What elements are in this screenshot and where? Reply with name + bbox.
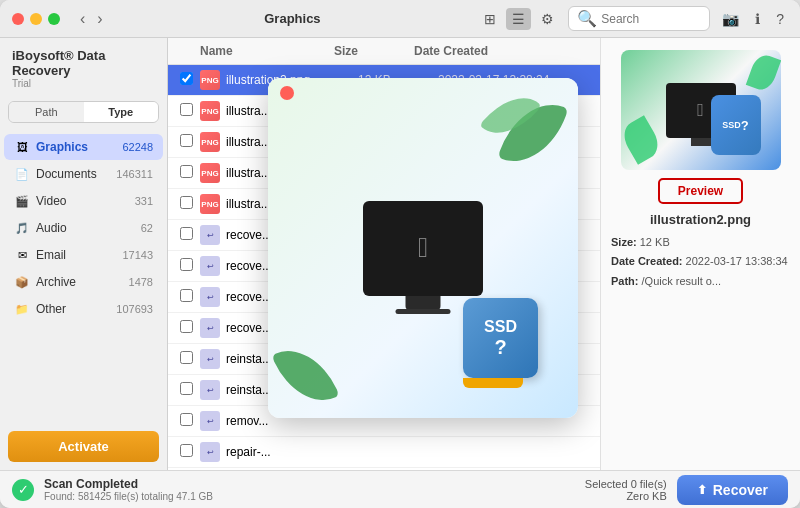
ssd-question: ? <box>494 336 506 359</box>
preview-ssd: SSD ? <box>711 95 761 155</box>
path-value: /Quick result o... <box>642 275 721 287</box>
file-checkbox[interactable] <box>180 103 193 116</box>
recover-button[interactable]: ⬆ Recover <box>677 475 788 505</box>
sidebar-header: iBoysoft® Data Recovery Trial <box>0 38 167 95</box>
monitor-base <box>396 309 451 314</box>
file-type-icon: PNG <box>200 132 220 152</box>
preview-panel:  SSD ? Preview illustration2.png Size: … <box>600 38 800 470</box>
maximize-button[interactable] <box>48 13 60 25</box>
recover-icon: ⬆ <box>697 483 707 497</box>
file-checkbox[interactable] <box>180 258 193 271</box>
path-label: Path: <box>611 275 639 287</box>
monitor-foot <box>406 296 441 310</box>
filter-button[interactable]: ⚙ <box>535 8 560 30</box>
preview-button[interactable]: Preview <box>658 178 743 204</box>
size-value: 12 KB <box>640 236 670 248</box>
file-checkbox[interactable] <box>180 165 193 178</box>
file-type-icon: ↩ <box>200 256 220 276</box>
table-row[interactable]: ↩ repair-... <box>168 437 600 468</box>
ssd-bottom <box>463 378 523 388</box>
documents-icon: 📄 <box>14 166 30 182</box>
file-list-header: Name Size Date Created <box>168 38 600 65</box>
scan-subtitle: Found: 581425 file(s) totaling 47.1 GB <box>44 491 213 502</box>
archive-icon: 📦 <box>14 274 30 290</box>
file-checkbox[interactable] <box>180 227 193 240</box>
file-checkbox[interactable] <box>180 413 193 426</box>
selected-size: Zero KB <box>585 490 667 502</box>
file-checkbox[interactable] <box>180 134 193 147</box>
file-checkbox[interactable] <box>180 196 193 209</box>
camera-button[interactable]: 📷 <box>718 9 743 29</box>
sidebar-item-label: Documents <box>36 167 110 181</box>
file-type-icon: ↩ <box>200 225 220 245</box>
grid-view-button[interactable]: ⊞ <box>478 8 502 30</box>
status-bar: ✓ Scan Completed Found: 581425 file(s) t… <box>0 470 800 508</box>
tab-path[interactable]: Path <box>9 102 84 122</box>
help-button[interactable]: ? <box>772 9 788 29</box>
col-name-header: Name <box>200 44 334 58</box>
question-mark: ? <box>741 118 749 133</box>
sidebar-item-graphics[interactable]: 🖼 Graphics 62248 <box>4 134 163 160</box>
table-row[interactable]: ↩ repair-... <box>168 468 600 470</box>
sidebar-item-count: 17143 <box>122 249 153 261</box>
sidebar-item-count: 62248 <box>122 141 153 153</box>
activate-button[interactable]: Activate <box>8 431 159 462</box>
preview-date-row: Date Created: 2022-03-17 13:38:34 <box>611 254 790 269</box>
file-checkbox[interactable] <box>180 320 193 333</box>
audio-icon: 🎵 <box>14 220 30 236</box>
file-type-icon: PNG <box>200 194 220 214</box>
minimize-button[interactable] <box>30 13 42 25</box>
file-checkbox[interactable] <box>180 72 193 85</box>
forward-button[interactable]: › <box>93 8 106 30</box>
preview-path-row: Path: /Quick result o... <box>611 274 790 289</box>
selected-count: Selected 0 file(s) <box>585 478 667 490</box>
file-type-icon: ↩ <box>200 380 220 400</box>
sidebar-item-audio[interactable]: 🎵 Audio 62 <box>4 215 163 241</box>
file-checkbox[interactable] <box>180 351 193 364</box>
sidebar-item-other[interactable]: 📁 Other 107693 <box>4 296 163 322</box>
leaf-right <box>745 52 780 93</box>
sidebar-item-video[interactable]: 🎬 Video 331 <box>4 188 163 214</box>
ssd-container: SSD ? <box>463 298 538 388</box>
close-button[interactable] <box>12 13 24 25</box>
search-input[interactable] <box>601 12 701 26</box>
sidebar-item-documents[interactable]: 📄 Documents 146311 <box>4 161 163 187</box>
recover-label: Recover <box>713 482 768 498</box>
file-type-icon: ↩ <box>200 318 220 338</box>
file-name: repair-... <box>226 445 358 459</box>
video-icon: 🎬 <box>14 193 30 209</box>
list-view-button[interactable]: ☰ <box>506 8 531 30</box>
sidebar-item-count: 146311 <box>116 168 153 180</box>
search-icon: 🔍 <box>577 9 597 28</box>
monitor-stand <box>691 138 711 146</box>
sidebar-item-label: Video <box>36 194 129 208</box>
col-size-header: Size <box>334 44 414 58</box>
sidebar-item-email[interactable]: ✉ Email 17143 <box>4 242 163 268</box>
sidebar-item-label: Other <box>36 302 110 316</box>
other-icon: 📁 <box>14 301 30 317</box>
date-label: Date Created: <box>611 255 683 267</box>
file-checkbox[interactable] <box>180 289 193 302</box>
window-title: Graphics <box>115 11 471 26</box>
file-type-icon: PNG <box>200 101 220 121</box>
file-checkbox[interactable] <box>180 382 193 395</box>
sidebar-items: 🖼 Graphics 62248 📄 Documents 146311 🎬 Vi… <box>0 129 167 423</box>
titlebar: ‹ › Graphics ⊞ ☰ ⚙ 🔍 📷 ℹ ? <box>0 0 800 38</box>
back-button[interactable]: ‹ <box>76 8 89 30</box>
ssd-label: SSD <box>484 318 517 336</box>
view-controls: ⊞ ☰ ⚙ <box>478 8 560 30</box>
file-type-icon: ↩ <box>200 349 220 369</box>
main-content: iBoysoft® Data Recovery Trial Path Type … <box>0 38 800 470</box>
sidebar-item-label: Archive <box>36 275 123 289</box>
preview-overlay:  SSD ? <box>268 78 578 418</box>
ssd-body: SSD ? <box>463 298 538 378</box>
file-checkbox[interactable] <box>180 444 193 457</box>
file-type-icon: ↩ <box>200 442 220 462</box>
sidebar-item-archive[interactable]: 📦 Archive 1478 <box>4 269 163 295</box>
sidebar-item-label: Email <box>36 248 116 262</box>
info-button[interactable]: ℹ <box>751 9 764 29</box>
app-window: ‹ › Graphics ⊞ ☰ ⚙ 🔍 📷 ℹ ? iBoysoft® Dat… <box>0 0 800 508</box>
overlay-close-button[interactable] <box>280 86 294 100</box>
leaf-decoration-bl <box>271 337 339 415</box>
tab-type[interactable]: Type <box>84 102 159 122</box>
